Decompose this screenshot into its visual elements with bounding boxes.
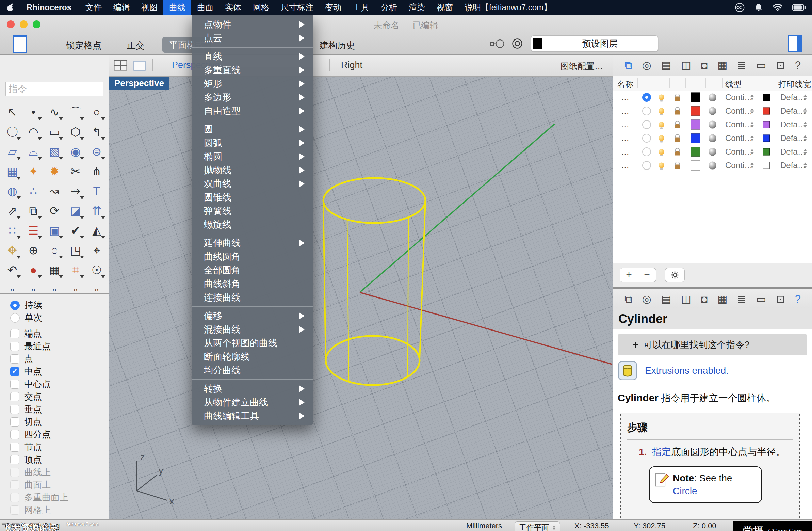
display-tab-icon[interactable]: ⊡	[776, 293, 785, 305]
osnap-checkbox-row[interactable]: 四分点	[0, 428, 109, 441]
checkbox-icon[interactable]	[10, 480, 19, 489]
layer-linetype[interactable]: Conti…	[725, 161, 752, 170]
menubar-item[interactable]: 视图	[135, 0, 163, 15]
join-icon[interactable]: ✦	[23, 161, 44, 181]
menu-item[interactable]: 圆弧	[192, 136, 314, 150]
viewport-layout-icon[interactable]	[13, 35, 27, 53]
checkbox-icon[interactable]	[10, 354, 19, 363]
move-copy-icon[interactable]: ⇗	[2, 201, 23, 220]
curve-fillet-icon[interactable]: ↰	[86, 122, 107, 142]
app-menu-title[interactable]: Rhinoceros	[22, 3, 76, 12]
minimize-window-button[interactable]	[20, 20, 28, 28]
box-tab-icon[interactable]: ◫	[681, 293, 691, 305]
menubar-item[interactable]: 工具	[347, 0, 375, 15]
print-width-stepper[interactable]	[803, 149, 807, 155]
menu-item[interactable]: 从物件建立曲线	[192, 396, 314, 409]
layer-row[interactable]: … Conti… Defa…	[613, 90, 812, 104]
layer-lock-icon[interactable]	[675, 124, 680, 128]
right-panel-toggle-icon[interactable]	[788, 35, 802, 52]
render-tab-icon[interactable]: ◘	[701, 293, 708, 305]
surface-from-points-icon[interactable]: ▱	[2, 142, 23, 161]
surface-loft-icon[interactable]: ⌓	[23, 142, 44, 161]
select-objects-icon[interactable]: ⌗	[65, 260, 86, 280]
menubar-item[interactable]: 曲面	[191, 0, 219, 15]
menubar-item[interactable]: 曲线	[163, 0, 191, 15]
selected-cylinder-wireframe[interactable]	[323, 178, 425, 385]
wifi-icon[interactable]	[772, 3, 783, 12]
print-color-diamond[interactable]	[763, 162, 770, 169]
layer-material-icon[interactable]	[709, 107, 716, 115]
close-window-button[interactable]	[7, 20, 15, 28]
checkbox-icon[interactable]	[10, 392, 19, 401]
control-point-curve-icon[interactable]: ∿	[44, 102, 65, 122]
menu-item[interactable]: 从两个视图的曲线	[192, 336, 314, 350]
menu-item[interactable]: 矩形	[192, 77, 314, 90]
edit-point-curve-icon[interactable]: ↝	[44, 181, 65, 201]
layer-color-swatch[interactable]	[691, 106, 700, 116]
menu-item[interactable]: 连接曲线	[192, 291, 314, 304]
layer-linetype[interactable]: Conti…	[725, 147, 752, 157]
car-view-icon[interactable]: ●	[23, 260, 44, 280]
layer-print-width[interactable]: Defa…	[780, 147, 806, 157]
layer-row[interactable]: … Conti… Defa…	[613, 131, 812, 145]
layer-material-icon[interactable]	[709, 148, 716, 156]
layer-color-swatch[interactable]	[691, 133, 700, 143]
print-color-diamond[interactable]	[763, 135, 770, 142]
where-to-find-expander[interactable]: + 可以在哪里找到这个指令?	[618, 334, 807, 355]
layout-config-button[interactable]: 图纸配置…	[561, 61, 603, 72]
osnap-checkbox-row[interactable]: 顶点	[0, 454, 109, 466]
ellipse-icon[interactable]: 〇	[2, 122, 23, 142]
layer-material-icon[interactable]	[709, 94, 716, 101]
layer-linetype[interactable]: Conti…	[725, 106, 752, 116]
menubar-item[interactable]: 视窗	[431, 0, 459, 15]
menu-item[interactable]: 曲线圆角	[192, 250, 314, 263]
command-input[interactable]	[5, 82, 103, 96]
units-label[interactable]: Millimeters	[466, 521, 502, 530]
print-width-stepper[interactable]	[803, 135, 807, 141]
osnap-checkbox-row[interactable]: 中心点	[0, 378, 109, 390]
layer-row[interactable]: … Conti… Defa…	[613, 145, 812, 159]
layer-row[interactable]: … Conti… Defa…	[613, 104, 812, 118]
offset-surface-icon[interactable]: ▣	[44, 220, 65, 240]
layer-settings-button[interactable]	[665, 268, 685, 282]
menubar-item[interactable]: 分析	[375, 0, 403, 15]
frame-tab-icon[interactable]: ▭	[756, 59, 766, 71]
extend-curve-icon[interactable]: ⇝	[65, 181, 86, 201]
menu-item[interactable]: 圆	[192, 123, 314, 136]
layer-lock-icon[interactable]	[675, 110, 680, 115]
print-color-diamond[interactable]	[763, 107, 770, 115]
checkbox-icon[interactable]	[10, 443, 19, 452]
grid-tab-icon[interactable]: ▦	[717, 59, 727, 71]
menu-item[interactable]: 点云	[192, 31, 314, 45]
menu-item[interactable]: 椭圆	[192, 150, 314, 163]
tool-icon[interactable]: ◦	[2, 280, 23, 291]
extrude-surface-icon[interactable]: ⇈	[86, 201, 107, 220]
display-tab-icon[interactable]: ⊡	[776, 59, 785, 71]
layer-print-width[interactable]: Defa…	[780, 133, 806, 143]
properties-tab-icon[interactable]: ▤	[661, 293, 671, 305]
split-icon[interactable]: ⋔	[86, 161, 107, 181]
menu-item[interactable]: 圆锥线	[192, 191, 314, 204]
torus-icon[interactable]: ⊜	[86, 142, 107, 161]
checkbox-icon[interactable]	[10, 342, 19, 351]
zoom-dynamic-icon[interactable]: ⊕	[23, 240, 44, 260]
zoom-window-icon[interactable]: ◌	[44, 240, 65, 260]
select-cursor-icon[interactable]: ↖	[2, 102, 23, 122]
tool-icon[interactable]: ◦	[44, 280, 65, 291]
layers-tab-icon[interactable]: ⧉	[624, 293, 632, 305]
notes-tab-icon[interactable]: ≣	[738, 59, 746, 71]
current-layer-radio[interactable]	[642, 93, 651, 102]
print-color-diamond[interactable]	[763, 94, 770, 101]
layer-print-width[interactable]: Defa…	[780, 120, 806, 129]
checkbox-icon[interactable]	[10, 430, 19, 439]
menu-item[interactable]: 曲线编辑工具	[192, 409, 314, 423]
osnap-checkbox-row[interactable]: 网格上	[0, 504, 109, 516]
box-icon[interactable]: ▧	[44, 142, 65, 161]
osnap-checkbox-row[interactable]: 最近点	[0, 340, 109, 353]
osnap-checkbox-row[interactable]: 多重曲面上	[0, 491, 109, 504]
layer-material-icon[interactable]	[709, 162, 716, 170]
materials-tab-icon[interactable]: ◎	[642, 59, 651, 71]
layers-tab-icon[interactable]: ⧉	[624, 59, 632, 71]
remove-layer-button[interactable]: −	[638, 268, 656, 282]
battery-icon[interactable]	[792, 3, 806, 12]
